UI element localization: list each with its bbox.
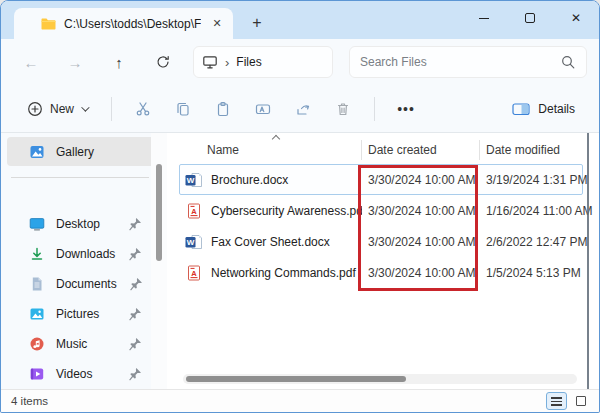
- sidebar: Gallery Desktop Downloads Documents: [1, 133, 151, 389]
- list-view-icon: [551, 397, 562, 406]
- file-date-modified: 1/16/2024 11:00 AM: [480, 204, 593, 218]
- music-icon: [29, 336, 45, 352]
- details-pane-button[interactable]: Details: [502, 95, 585, 123]
- horizontal-scrollbar[interactable]: [183, 374, 577, 384]
- paste-icon: [215, 101, 231, 117]
- file-name: Networking Commands.pdf: [211, 266, 356, 280]
- large-icons-view-button[interactable]: [570, 392, 591, 410]
- sidebar-item-label: Gallery: [56, 145, 94, 159]
- rename-button[interactable]: [246, 93, 280, 125]
- toolbar-divider: [374, 97, 375, 121]
- sidebar-item-label: Documents: [56, 277, 117, 291]
- tab-strip: C:\Users\todds\Desktop\Files ✕ + ✕: [1, 1, 599, 39]
- explorer-body: Gallery Desktop Downloads Documents: [1, 133, 599, 389]
- share-icon: [295, 101, 311, 117]
- file-date-created: 3/30/2024 10:00 AM: [362, 173, 480, 187]
- sidebar-item-pictures[interactable]: Pictures: [7, 299, 151, 328]
- sidebar-item-label: Music: [56, 337, 87, 351]
- file-rows: W Brochure.docx 3/30/2024 10:00 AM 3/19/…: [167, 164, 599, 288]
- share-button[interactable]: [286, 93, 320, 125]
- items-count: 4 items: [11, 395, 48, 407]
- svg-text:W: W: [187, 175, 195, 184]
- documents-icon: [29, 276, 45, 292]
- table-row[interactable]: A Cybersecurity Awareness.pdf 3/30/2024 …: [179, 195, 583, 226]
- desktop-icon: [29, 216, 45, 232]
- sidebar-item-label: Downloads: [56, 247, 115, 261]
- cut-icon: [135, 101, 151, 117]
- maximize-icon: [525, 13, 535, 23]
- file-name: Fax Cover Sheet.docx: [211, 235, 330, 249]
- sidebar-scrollbar-thumb[interactable]: [156, 164, 162, 261]
- sidebar-item-music[interactable]: Music: [7, 329, 151, 358]
- delete-button[interactable]: [326, 93, 360, 125]
- file-date-modified: 3/19/2024 1:31 PM: [480, 173, 587, 187]
- column-headers: Name Date created Date modified: [167, 135, 599, 164]
- maximize-button[interactable]: [507, 1, 553, 35]
- pin-icon: [127, 336, 143, 352]
- chevron-down-icon: [81, 103, 89, 111]
- status-bar: 4 items: [1, 389, 599, 412]
- up-button[interactable]: ↑: [105, 48, 133, 76]
- breadcrumb[interactable]: Files: [236, 55, 261, 69]
- toolbar-divider: [111, 97, 112, 121]
- table-row[interactable]: A Networking Commands.pdf 3/30/2024 10:0…: [179, 257, 583, 288]
- pictures-icon: [29, 306, 45, 322]
- back-button[interactable]: ←: [17, 48, 45, 76]
- refresh-icon: [155, 54, 171, 70]
- tab-title: C:\Users\todds\Desktop\Files: [64, 17, 201, 31]
- pin-icon: [127, 366, 143, 382]
- folder-icon: [40, 16, 56, 32]
- new-button-label: New: [50, 102, 74, 116]
- table-row[interactable]: W Fax Cover Sheet.docx 3/30/2024 10:00 A…: [179, 226, 583, 257]
- word-file-icon: W: [185, 172, 203, 188]
- search-box[interactable]: [349, 46, 587, 78]
- cut-button[interactable]: [126, 93, 160, 125]
- new-button[interactable]: New: [17, 95, 97, 123]
- details-pane-icon: [512, 101, 530, 117]
- copy-button[interactable]: [166, 93, 200, 125]
- word-file-icon: W: [185, 234, 203, 250]
- copy-icon: [175, 101, 191, 117]
- sidebar-item-downloads[interactable]: Downloads: [7, 239, 151, 268]
- explorer-tab[interactable]: C:\Users\todds\Desktop\Files ✕: [14, 8, 233, 39]
- downloads-icon: [29, 246, 45, 262]
- column-header-date-created[interactable]: Date created: [361, 140, 479, 160]
- sidebar-item-gallery[interactable]: Gallery: [7, 137, 159, 166]
- sidebar-divider: [11, 177, 149, 178]
- file-date-created: 3/30/2024 10:00 AM: [362, 204, 480, 218]
- svg-text:A: A: [191, 206, 197, 215]
- horizontal-scrollbar-thumb[interactable]: [186, 376, 406, 382]
- sidebar-scrollbar[interactable]: [151, 133, 167, 389]
- pin-icon: [128, 276, 144, 292]
- new-tab-button[interactable]: +: [243, 9, 271, 37]
- forward-button[interactable]: →: [61, 48, 89, 76]
- table-row[interactable]: W Brochure.docx 3/30/2024 10:00 AM 3/19/…: [179, 164, 583, 195]
- sidebar-item-documents[interactable]: Documents: [7, 269, 151, 298]
- column-header-name[interactable]: Name: [179, 140, 361, 160]
- this-pc-icon: [202, 54, 218, 70]
- search-input[interactable]: [360, 55, 560, 69]
- pin-icon: [127, 246, 143, 262]
- refresh-button[interactable]: [149, 48, 177, 76]
- close-window-button[interactable]: ✕: [553, 1, 599, 35]
- paste-button[interactable]: [206, 93, 240, 125]
- icons-view-icon: [576, 396, 586, 406]
- column-header-date-modified[interactable]: Date modified: [479, 140, 599, 160]
- close-tab-icon[interactable]: ✕: [209, 15, 225, 33]
- window-controls: ✕: [461, 1, 599, 39]
- command-toolbar: New ••• Details: [1, 85, 599, 133]
- gallery-icon: [29, 144, 45, 160]
- file-name: Brochure.docx: [211, 173, 288, 187]
- details-pane-label: Details: [538, 102, 575, 116]
- sidebar-item-desktop[interactable]: Desktop: [7, 209, 151, 238]
- minimize-button[interactable]: [461, 1, 507, 35]
- sidebar-item-videos[interactable]: Videos: [7, 359, 151, 388]
- file-date-created: 3/30/2024 10:00 AM: [362, 266, 480, 280]
- pin-icon: [127, 306, 143, 322]
- file-list-pane: Name Date created Date modified W Brochu…: [167, 133, 599, 389]
- breadcrumb-separator: ›: [225, 55, 229, 70]
- address-bar[interactable]: › Files: [193, 46, 333, 78]
- more-options-button[interactable]: •••: [389, 93, 423, 125]
- file-explorer-window: C:\Users\todds\Desktop\Files ✕ + ✕ ← → ↑…: [0, 0, 600, 413]
- details-view-button[interactable]: [546, 392, 567, 410]
